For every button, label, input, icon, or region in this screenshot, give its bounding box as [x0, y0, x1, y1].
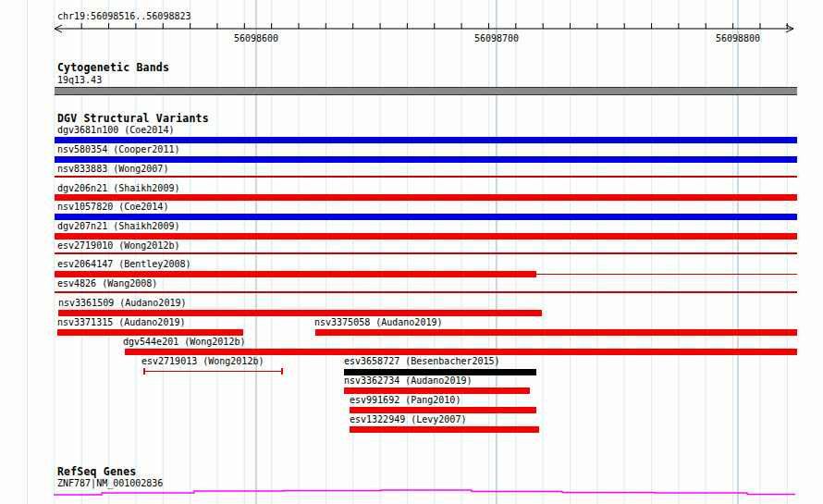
- gene-model-polyline[interactable]: [54, 490, 795, 495]
- gene-model-line[interactable]: [0, 0, 823, 504]
- genome-browser-panel: chr19:56098516..56098823 560986005609870…: [0, 0, 823, 504]
